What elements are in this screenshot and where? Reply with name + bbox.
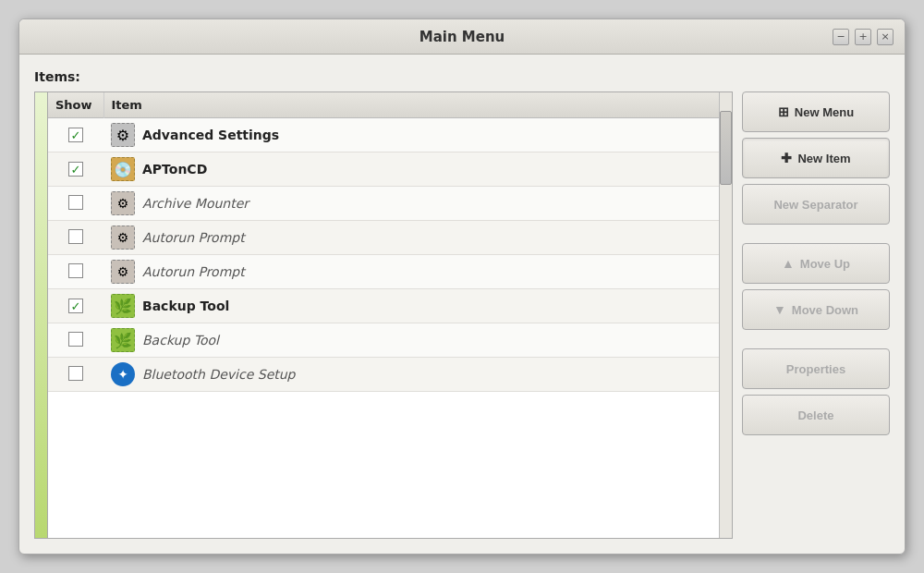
- table-wrapper[interactable]: Show Item ✓⚙Advanced Settings✓💿APTonCD⚙A…: [48, 92, 719, 538]
- checkbox[interactable]: [68, 332, 83, 347]
- checkbox[interactable]: [68, 229, 83, 244]
- show-cell[interactable]: ✓: [48, 289, 103, 323]
- scrollbar[interactable]: [719, 92, 732, 538]
- move-up-icon: ▲: [782, 256, 795, 271]
- show-cell[interactable]: [48, 221, 103, 255]
- close-button[interactable]: ×: [877, 29, 894, 45]
- item-label: Advanced Settings: [142, 128, 279, 142]
- window-title: Main Menu: [419, 29, 505, 45]
- new-item-button[interactable]: ✚ New Item: [742, 138, 890, 178]
- table-row[interactable]: ⚙Archive Mounter: [48, 187, 719, 221]
- main-window: Main Menu − + × Items: Show Item: [18, 18, 906, 555]
- spacer-2: [742, 335, 890, 343]
- item-icon: ⚙: [111, 226, 135, 250]
- window-body: Items: Show Item ✓⚙Advanced Settings✓�: [19, 55, 905, 554]
- maximize-button[interactable]: +: [855, 29, 871, 45]
- bluetooth-glyph: ✦: [117, 367, 128, 382]
- table-row[interactable]: ✓💿APTonCD: [48, 152, 719, 187]
- item-cell: ⚙Advanced Settings: [103, 118, 719, 152]
- item-label: Autorun Prompt: [142, 264, 245, 279]
- move-down-button[interactable]: ▼ Move Down: [742, 289, 890, 330]
- item-icon: 🌿: [111, 328, 135, 352]
- checkmark-icon: ✓: [71, 300, 81, 312]
- new-separator-button[interactable]: New Separator: [742, 184, 890, 225]
- new-menu-button[interactable]: ⊞ New Menu: [742, 91, 890, 132]
- disc-glyph: 💿: [114, 161, 132, 178]
- properties-button[interactable]: Properties: [742, 348, 890, 389]
- backup-glyph: 🌿: [114, 298, 132, 315]
- table-row[interactable]: ⚙Autorun Prompt: [48, 255, 719, 289]
- list-panel: Show Item ✓⚙Advanced Settings✓💿APTonCD⚙A…: [34, 91, 733, 539]
- table-header-row: Show Item: [48, 92, 719, 118]
- move-down-label: Move Down: [792, 303, 858, 317]
- item-cell: ✦Bluetooth Device Setup: [103, 358, 719, 392]
- checkmark-icon: ✓: [71, 164, 81, 176]
- archive-glyph: ⚙: [117, 196, 129, 211]
- table-row[interactable]: ✓🌿Backup Tool: [48, 289, 719, 323]
- show-cell[interactable]: ✓: [48, 152, 103, 187]
- table-row[interactable]: ⚙Autorun Prompt: [48, 221, 719, 255]
- move-up-label: Move Up: [800, 257, 850, 271]
- items-label: Items:: [34, 69, 890, 84]
- item-label: Backup Tool: [142, 299, 229, 313]
- new-item-icon: ✚: [781, 151, 792, 165]
- item-cell: ⚙Archive Mounter: [103, 187, 719, 221]
- show-cell[interactable]: [48, 255, 103, 289]
- checkbox[interactable]: ✓: [68, 162, 83, 177]
- item-icon: ⚙: [111, 260, 135, 284]
- scrollbar-thumb[interactable]: [720, 111, 732, 185]
- table-row[interactable]: 🌿Backup Tool: [48, 323, 719, 358]
- new-separator-label: New Separator: [773, 198, 857, 212]
- show-cell[interactable]: [48, 358, 103, 392]
- item-icon: ⚙: [111, 123, 135, 147]
- gear-glyph: ⚙: [116, 127, 129, 144]
- table-row[interactable]: ✓⚙Advanced Settings: [48, 118, 719, 152]
- item-icon: ⚙: [111, 191, 135, 215]
- item-cell: 🌿Backup Tool: [103, 289, 719, 323]
- buttons-panel: ⊞ New Menu ✚ New Item New Separator ▲ Mo…: [742, 91, 890, 539]
- checkmark-icon: ✓: [71, 129, 81, 141]
- checkbox[interactable]: [68, 263, 83, 278]
- new-item-label: New Item: [797, 152, 850, 165]
- autorun-glyph: ⚙: [117, 264, 129, 279]
- item-cell: ⚙Autorun Prompt: [103, 255, 719, 289]
- col-show-header: Show: [48, 92, 103, 118]
- item-cell: 💿APTonCD: [103, 152, 719, 187]
- menu-items-table: Show Item ✓⚙Advanced Settings✓💿APTonCD⚙A…: [48, 92, 719, 392]
- move-up-button[interactable]: ▲ Move Up: [742, 243, 890, 284]
- spacer-1: [742, 230, 890, 238]
- checkbox[interactable]: ✓: [68, 299, 83, 313]
- delete-label: Delete: [797, 408, 833, 422]
- col-item-header: Item: [103, 92, 719, 118]
- item-label: Bluetooth Device Setup: [142, 367, 296, 382]
- checkbox[interactable]: ✓: [68, 128, 83, 142]
- item-label: Autorun Prompt: [142, 230, 245, 245]
- item-icon: 🌿: [111, 294, 135, 318]
- item-label: APTonCD: [142, 162, 207, 177]
- table-body: ✓⚙Advanced Settings✓💿APTonCD⚙Archive Mou…: [48, 118, 719, 392]
- checkbox[interactable]: [68, 195, 83, 210]
- item-label: Archive Mounter: [142, 196, 249, 211]
- show-cell[interactable]: [48, 323, 103, 358]
- show-cell[interactable]: ✓: [48, 118, 103, 152]
- item-icon: 💿: [111, 157, 135, 181]
- new-menu-label: New Menu: [795, 105, 854, 119]
- delete-button[interactable]: Delete: [742, 395, 890, 435]
- main-content: Show Item ✓⚙Advanced Settings✓💿APTonCD⚙A…: [34, 91, 890, 539]
- checkbox[interactable]: [68, 366, 83, 381]
- titlebar: Main Menu − + ×: [19, 19, 905, 55]
- item-cell: 🌿Backup Tool: [103, 323, 719, 358]
- window-controls: − + ×: [833, 29, 894, 45]
- minimize-button[interactable]: −: [833, 29, 849, 45]
- new-menu-icon: ⊞: [778, 104, 789, 119]
- item-cell: ⚙Autorun Prompt: [103, 221, 719, 255]
- item-label: Backup Tool: [142, 333, 219, 347]
- move-down-icon: ▼: [773, 302, 786, 317]
- backup-glyph: 🌿: [114, 332, 132, 349]
- autorun-glyph: ⚙: [117, 230, 129, 245]
- item-icon: ✦: [111, 362, 135, 386]
- properties-label: Properties: [786, 362, 845, 376]
- show-cell[interactable]: [48, 187, 103, 221]
- left-accent-bar: [35, 92, 48, 538]
- table-row[interactable]: ✦Bluetooth Device Setup: [48, 358, 719, 392]
